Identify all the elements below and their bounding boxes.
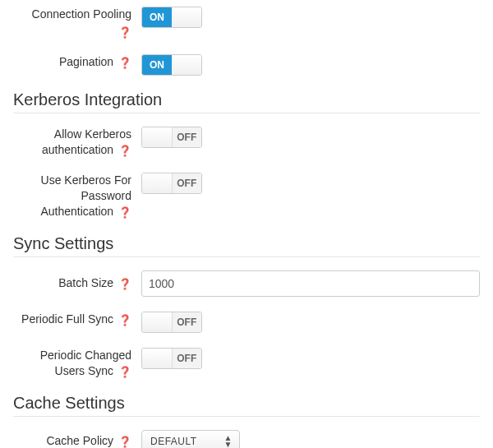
use-kerberos-password-label: Use Kerberos For Password Authentication… (13, 173, 141, 219)
help-icon[interactable]: ❓ (118, 367, 131, 377)
cache-policy-select[interactable]: DEFAULT ▲▼ (141, 430, 240, 448)
batch-size-input[interactable] (141, 270, 480, 297)
periodic-changed-sync-label: Periodic Changed Users Sync ❓ (13, 348, 141, 379)
cache-policy-label: Cache Policy ❓ (13, 433, 141, 448)
batch-size-label: Batch Size ❓ (13, 275, 141, 291)
kerberos-section-title: Kerberos Integration (13, 90, 480, 109)
pagination-toggle[interactable]: ON (141, 54, 202, 76)
periodic-full-sync-label: Periodic Full Sync ❓ (13, 312, 141, 327)
periodic-full-sync-toggle[interactable]: OFF (141, 312, 202, 333)
periodic-changed-sync-toggle[interactable]: OFF (141, 348, 202, 369)
pagination-label: Pagination ❓ (13, 54, 141, 70)
cache-section-title: Cache Settings (13, 394, 480, 413)
use-kerberos-password-toggle[interactable]: OFF (141, 173, 202, 194)
connection-pooling-label: Connection Pooling ❓ (13, 7, 141, 39)
section-divider (13, 416, 480, 417)
help-icon[interactable]: ❓ (118, 315, 131, 326)
cache-policy-value: DEFAULT (150, 436, 197, 447)
section-divider (13, 256, 480, 257)
select-stepper-icon: ▲▼ (224, 435, 233, 448)
help-icon[interactable]: ❓ (118, 145, 131, 156)
help-icon[interactable]: ❓ (118, 207, 131, 218)
help-icon[interactable]: ❓ (118, 58, 131, 68)
help-icon[interactable]: ❓ (118, 436, 131, 447)
help-icon[interactable]: ❓ (118, 279, 131, 289)
allow-kerberos-label: Allow Kerberos authentication ❓ (13, 127, 141, 158)
allow-kerberos-toggle[interactable]: OFF (141, 127, 202, 148)
sync-section-title: Sync Settings (13, 234, 480, 253)
help-icon[interactable]: ❓ (13, 25, 131, 40)
connection-pooling-toggle[interactable]: ON (141, 7, 202, 28)
section-divider (13, 113, 480, 113)
